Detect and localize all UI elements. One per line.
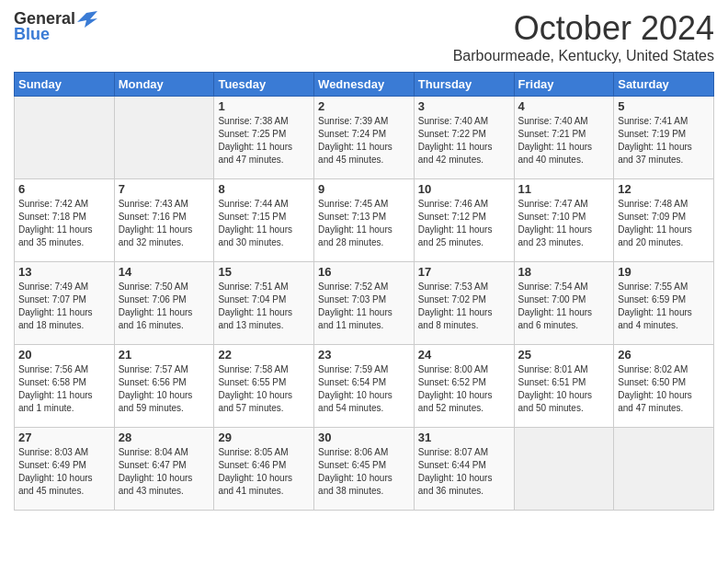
day-detail: Sunrise: 7:56 AMSunset: 6:58 PMDaylight:… (18, 363, 110, 415)
calendar-cell: 16Sunrise: 7:52 AMSunset: 7:03 PMDayligh… (314, 262, 415, 345)
day-detail: Sunrise: 7:48 AMSunset: 7:09 PMDaylight:… (618, 198, 710, 249)
day-detail: Sunrise: 7:54 AMSunset: 7:00 PMDaylight:… (518, 281, 610, 332)
day-number: 5 (618, 99, 710, 113)
day-of-week-header: Monday (114, 73, 214, 97)
day-detail: Sunrise: 7:53 AMSunset: 7:02 PMDaylight:… (418, 281, 510, 332)
day-number: 19 (618, 265, 710, 279)
day-detail: Sunrise: 7:57 AMSunset: 6:56 PMDaylight:… (119, 363, 210, 415)
day-number: 4 (518, 99, 610, 113)
day-number: 13 (18, 265, 110, 279)
day-number: 3 (418, 99, 510, 113)
day-detail: Sunrise: 7:43 AMSunset: 7:16 PMDaylight:… (119, 198, 210, 249)
calendar-week-row: 13Sunrise: 7:49 AMSunset: 7:07 PMDayligh… (15, 262, 714, 345)
day-detail: Sunrise: 7:40 AMSunset: 7:21 PMDaylight:… (518, 115, 610, 167)
day-number: 26 (618, 348, 710, 362)
title-block: October 2024 Barbourmeade, Kentucky, Uni… (453, 9, 714, 64)
day-detail: Sunrise: 7:52 AMSunset: 7:03 PMDaylight:… (318, 281, 410, 332)
day-number: 24 (418, 348, 510, 362)
calendar-cell (15, 97, 115, 179)
day-detail: Sunrise: 8:05 AMSunset: 6:46 PMDaylight:… (218, 446, 310, 498)
calendar-week-row: 20Sunrise: 7:56 AMSunset: 6:58 PMDayligh… (15, 345, 714, 428)
calendar-table: SundayMondayTuesdayWednesdayThursdayFrid… (14, 72, 714, 511)
day-detail: Sunrise: 8:02 AMSunset: 6:50 PMDaylight:… (618, 363, 710, 415)
day-detail: Sunrise: 7:50 AMSunset: 7:06 PMDaylight:… (119, 281, 210, 332)
day-number: 14 (119, 265, 210, 279)
day-detail: Sunrise: 7:58 AMSunset: 6:55 PMDaylight:… (218, 363, 310, 415)
calendar-cell: 24Sunrise: 8:00 AMSunset: 6:52 PMDayligh… (414, 345, 514, 428)
day-of-week-header: Wednesday (314, 73, 415, 97)
calendar-cell: 12Sunrise: 7:48 AMSunset: 7:09 PMDayligh… (614, 179, 714, 262)
day-number: 17 (418, 265, 510, 279)
calendar-cell: 30Sunrise: 8:06 AMSunset: 6:45 PMDayligh… (314, 428, 415, 511)
calendar-cell: 9Sunrise: 7:45 AMSunset: 7:13 PMDaylight… (314, 179, 415, 262)
day-number: 12 (618, 182, 710, 196)
day-number: 21 (119, 348, 210, 362)
day-of-week-header: Sunday (15, 73, 115, 97)
day-detail: Sunrise: 7:44 AMSunset: 7:15 PMDaylight:… (218, 198, 310, 249)
day-detail: Sunrise: 7:39 AMSunset: 7:24 PMDaylight:… (318, 115, 410, 167)
calendar-cell: 1Sunrise: 7:38 AMSunset: 7:25 PMDaylight… (214, 97, 314, 179)
logo: General Blue (14, 9, 97, 44)
svg-marker-0 (77, 11, 97, 28)
day-number: 23 (318, 348, 410, 362)
month-title: October 2024 (453, 9, 714, 48)
day-number: 29 (218, 431, 310, 444)
calendar-week-row: 1Sunrise: 7:38 AMSunset: 7:25 PMDaylight… (15, 97, 714, 179)
day-number: 11 (518, 182, 610, 196)
calendar-cell: 2Sunrise: 7:39 AMSunset: 7:24 PMDaylight… (314, 97, 415, 179)
day-number: 27 (18, 431, 110, 444)
day-detail: Sunrise: 7:49 AMSunset: 7:07 PMDaylight:… (18, 281, 110, 332)
calendar-cell: 27Sunrise: 8:03 AMSunset: 6:49 PMDayligh… (15, 428, 115, 511)
day-number: 10 (418, 182, 510, 196)
location-title: Barbourmeade, Kentucky, United States (453, 48, 714, 64)
day-number: 22 (218, 348, 310, 362)
calendar-cell: 26Sunrise: 8:02 AMSunset: 6:50 PMDayligh… (614, 345, 714, 428)
day-number: 8 (218, 182, 310, 196)
day-number: 7 (119, 182, 210, 196)
day-detail: Sunrise: 7:51 AMSunset: 7:04 PMDaylight:… (218, 281, 310, 332)
calendar-cell: 17Sunrise: 7:53 AMSunset: 7:02 PMDayligh… (414, 262, 514, 345)
calendar-cell: 25Sunrise: 8:01 AMSunset: 6:51 PMDayligh… (514, 345, 614, 428)
day-of-week-header: Tuesday (214, 73, 314, 97)
day-number: 6 (18, 182, 110, 196)
day-detail: Sunrise: 8:04 AMSunset: 6:47 PMDaylight:… (119, 446, 210, 498)
day-detail: Sunrise: 8:06 AMSunset: 6:45 PMDaylight:… (318, 446, 410, 498)
day-number: 20 (18, 348, 110, 362)
day-number: 25 (518, 348, 610, 362)
day-number: 15 (218, 265, 310, 279)
day-detail: Sunrise: 7:55 AMSunset: 6:59 PMDaylight:… (618, 281, 710, 332)
day-number: 1 (218, 99, 310, 113)
calendar-cell: 22Sunrise: 7:58 AMSunset: 6:55 PMDayligh… (214, 345, 314, 428)
page-header: General Blue October 2024 Barbourmeade, … (14, 9, 714, 64)
calendar-cell: 11Sunrise: 7:47 AMSunset: 7:10 PMDayligh… (514, 179, 614, 262)
calendar-cell: 6Sunrise: 7:42 AMSunset: 7:18 PMDaylight… (15, 179, 115, 262)
day-of-week-header: Thursday (414, 73, 514, 97)
day-detail: Sunrise: 7:40 AMSunset: 7:22 PMDaylight:… (418, 115, 510, 167)
calendar-week-row: 27Sunrise: 8:03 AMSunset: 6:49 PMDayligh… (15, 428, 714, 511)
day-detail: Sunrise: 8:07 AMSunset: 6:44 PMDaylight:… (418, 446, 510, 498)
calendar-cell: 3Sunrise: 7:40 AMSunset: 7:22 PMDaylight… (414, 97, 514, 179)
calendar-cell: 7Sunrise: 7:43 AMSunset: 7:16 PMDaylight… (114, 179, 214, 262)
calendar-cell: 20Sunrise: 7:56 AMSunset: 6:58 PMDayligh… (15, 345, 115, 428)
calendar-cell (114, 97, 214, 179)
day-detail: Sunrise: 8:01 AMSunset: 6:51 PMDaylight:… (518, 363, 610, 415)
calendar-cell: 28Sunrise: 8:04 AMSunset: 6:47 PMDayligh… (114, 428, 214, 511)
calendar-cell: 19Sunrise: 7:55 AMSunset: 6:59 PMDayligh… (614, 262, 714, 345)
day-number: 31 (418, 431, 510, 444)
calendar-cell: 10Sunrise: 7:46 AMSunset: 7:12 PMDayligh… (414, 179, 514, 262)
day-number: 9 (318, 182, 410, 196)
calendar-cell: 13Sunrise: 7:49 AMSunset: 7:07 PMDayligh… (15, 262, 115, 345)
logo-blue-text: Blue (14, 25, 50, 44)
day-detail: Sunrise: 7:41 AMSunset: 7:19 PMDaylight:… (618, 115, 710, 167)
calendar-cell (514, 428, 614, 511)
day-detail: Sunrise: 7:46 AMSunset: 7:12 PMDaylight:… (418, 198, 510, 249)
calendar-cell: 23Sunrise: 7:59 AMSunset: 6:54 PMDayligh… (314, 345, 415, 428)
calendar-week-row: 6Sunrise: 7:42 AMSunset: 7:18 PMDaylight… (15, 179, 714, 262)
calendar-cell: 18Sunrise: 7:54 AMSunset: 7:00 PMDayligh… (514, 262, 614, 345)
day-detail: Sunrise: 8:03 AMSunset: 6:49 PMDaylight:… (18, 446, 110, 498)
day-number: 28 (119, 431, 210, 444)
day-detail: Sunrise: 8:00 AMSunset: 6:52 PMDaylight:… (418, 363, 510, 415)
calendar-header-row: SundayMondayTuesdayWednesdayThursdayFrid… (15, 73, 714, 97)
calendar-cell: 14Sunrise: 7:50 AMSunset: 7:06 PMDayligh… (114, 262, 214, 345)
day-number: 30 (318, 431, 410, 444)
